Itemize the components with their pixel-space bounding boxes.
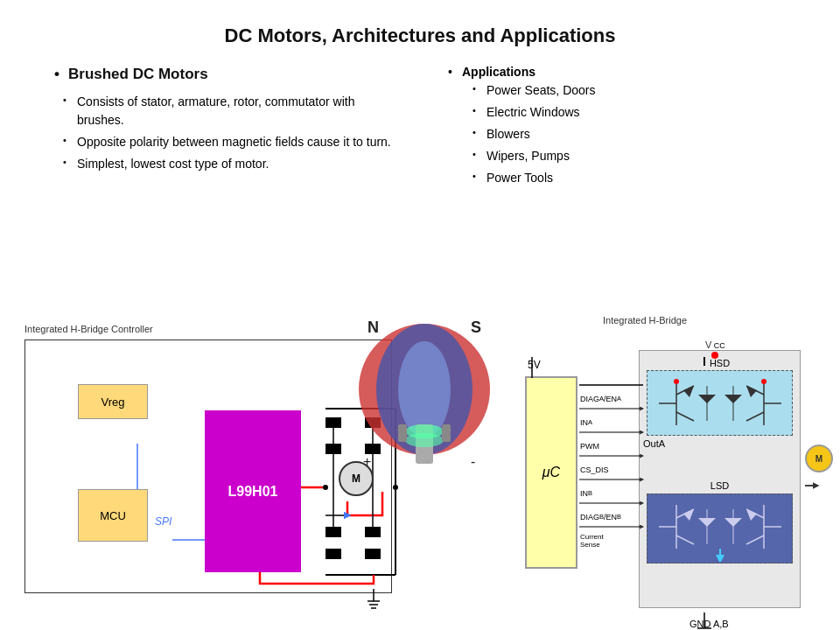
svg-marker-39 — [683, 386, 694, 397]
svg-line-59 — [746, 536, 764, 544]
pin-ina: INA — [580, 410, 621, 434]
svg-point-49 — [674, 379, 679, 384]
brushed-dc-motors-heading: Brushed DC Motors — [52, 63, 394, 86]
svg-point-25 — [398, 341, 451, 438]
page-title: DC Motors, Architectures and Application… — [0, 0, 840, 63]
svg-text:S: S — [471, 318, 481, 336]
gnd-label: GND A,B — [690, 619, 729, 629]
vcc-dot — [711, 352, 718, 359]
svg-marker-48 — [724, 395, 742, 403]
svg-text:N: N — [368, 318, 379, 336]
app-bullet-3: Blowers — [471, 125, 788, 144]
pin-labels: DIAGA /ENA INA PWM CS_DIS INB DIAGB /ENB… — [580, 387, 621, 552]
pin-inb: INB — [580, 481, 621, 505]
app-bullet-5: Power Tools — [471, 169, 788, 187]
bullet-3: Simplest, lowest cost type of motor. — [61, 155, 394, 173]
applications-heading: Applications Power Seats, Doors Electric… — [446, 63, 788, 187]
pin-diaga: DIAGA /ENA — [580, 387, 621, 410]
spi-label: SPI — [155, 515, 172, 528]
vcc-area: V CC — [705, 340, 725, 360]
motor-illustration-svg: N S + - — [341, 311, 508, 472]
svg-point-20 — [323, 485, 328, 490]
hbridge-controller-label: Integrated H-Bridge Controller — [24, 324, 153, 334]
svg-line-37 — [676, 412, 694, 421]
svg-rect-29 — [398, 424, 407, 442]
svg-rect-5 — [326, 417, 341, 428]
uc-block: μC — [525, 376, 578, 569]
right-column: Applications Power Seats, Doors Electric… — [420, 63, 788, 191]
hbridge-box: Vreg MCU SPI L99H01 M — [24, 340, 392, 593]
app-bullet-2: Electric Windows — [471, 103, 788, 122]
motor-circle-right: M — [805, 444, 833, 472]
vreg-box: Vreg — [78, 384, 148, 419]
svg-rect-11 — [365, 527, 381, 537]
brushed-dc-bullets: Consists of stator, armature, rotor, com… — [61, 93, 394, 173]
svg-line-54 — [676, 536, 694, 544]
svg-point-21 — [393, 485, 398, 490]
rhb-outer-box: HSD — [639, 350, 801, 608]
outa-label: OutA — [643, 438, 665, 449]
svg-rect-6 — [326, 444, 341, 454]
lsd-block — [647, 494, 793, 564]
bullet-2: Opposite polarity between magnetic field… — [61, 133, 394, 151]
app-bullet-4: Wipers, Pumps — [471, 147, 788, 165]
svg-rect-10 — [326, 549, 341, 559]
svg-marker-61 — [746, 509, 757, 521]
5v-label: 5V — [528, 359, 541, 371]
svg-point-28 — [405, 433, 444, 447]
diagram-area: Integrated H-Bridge Controller — [0, 315, 840, 630]
pin-pwm: PWM — [580, 434, 621, 458]
integrated-hbridge-label: Integrated H-Bridge — [603, 315, 687, 326]
app-sub-bullets: Power Seats, Doors Electric Windows Blow… — [471, 81, 788, 187]
l99-box: L99H01 — [205, 410, 301, 572]
left-column: Brushed DC Motors Consists of stator, ar… — [52, 63, 420, 191]
motor-diagram-area: N S + - — [341, 311, 508, 481]
bullet-1: Consists of stator, armature, rotor, com… — [61, 93, 394, 130]
pin-current: CurrentSense — [580, 528, 621, 552]
svg-marker-46 — [698, 395, 716, 403]
pin-diagb: DIAGB /ENB — [580, 505, 621, 528]
svg-rect-9 — [326, 527, 341, 537]
svg-marker-56 — [683, 509, 694, 521]
svg-text:-: - — [471, 454, 475, 469]
svg-marker-44 — [746, 386, 757, 397]
svg-rect-30 — [442, 424, 451, 442]
applications-list: Applications Power Seats, Doors Electric… — [446, 63, 788, 187]
svg-marker-65 — [724, 518, 742, 527]
app-bullet-1: Power Seats, Doors — [471, 81, 788, 100]
hsd-block — [647, 370, 793, 436]
lsd-label: LSD — [710, 480, 729, 491]
mcu-box: MCU — [78, 489, 148, 542]
pin-csdis: CS_DIS — [580, 458, 621, 481]
left-section-title: Brushed DC Motors — [52, 63, 394, 86]
svg-line-42 — [746, 412, 764, 421]
lsd-transistors — [650, 496, 790, 562]
hsd-transistors — [650, 373, 790, 434]
svg-rect-12 — [365, 549, 381, 559]
svg-marker-63 — [698, 518, 716, 527]
svg-point-50 — [761, 379, 766, 384]
top-content: Brushed DC Motors Consists of stator, ar… — [0, 63, 840, 191]
svg-text:+: + — [363, 454, 371, 469]
